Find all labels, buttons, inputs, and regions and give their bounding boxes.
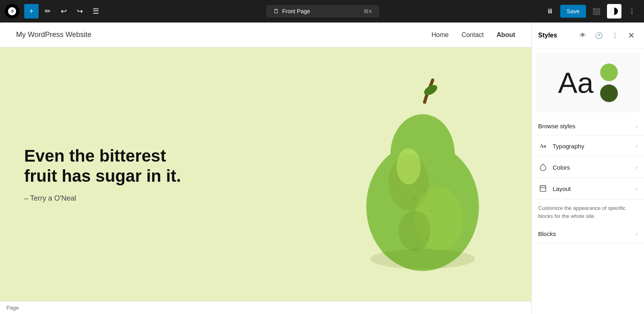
layout-chevron-icon: › <box>636 185 638 192</box>
styles-history-button[interactable]: 🕐 <box>592 29 605 42</box>
svg-rect-23 <box>540 186 546 191</box>
page-selector[interactable]: 🗒 Front Page ⌘K <box>266 5 379 17</box>
svg-point-17 <box>434 194 436 195</box>
style-preview: Aa <box>537 53 639 112</box>
toolbar: W + ✏ ↩ ↪ ☰ 🗒 Front Page ⌘K 🖥 Save ⬛ <box>0 0 644 23</box>
layout-icon <box>538 184 548 193</box>
svg-point-22 <box>436 178 438 179</box>
toolbar-center: 🗒 Front Page ⌘K <box>105 5 541 17</box>
site-nav: Home Contact About <box>431 31 515 39</box>
status-bar: Page <box>0 301 531 314</box>
svg-text:W: W <box>10 9 14 14</box>
hero-text: Even the bitterest fruit has sugar in it… <box>24 146 185 203</box>
toolbar-right: 🖥 Save ⬛ ⋮ <box>543 4 639 18</box>
ellipsis-icon: ⋮ <box>629 8 635 15</box>
layout-label: Layout <box>553 185 631 192</box>
blocks-section: Blocks › <box>532 225 644 243</box>
styles-eye-button[interactable]: 👁 <box>576 29 589 42</box>
plus-icon: + <box>29 7 34 16</box>
save-button[interactable]: Save <box>560 5 586 18</box>
panel-body: Aa Browse styles › Aa Typography › <box>532 49 644 314</box>
svg-point-18 <box>410 226 411 228</box>
redo-icon: ↪ <box>77 7 83 16</box>
wp-logo[interactable]: W <box>5 4 19 18</box>
monitor-icon: 🖥 <box>547 8 553 15</box>
status-label: Page <box>6 305 19 311</box>
layout-row[interactable]: Layout › <box>532 178 644 199</box>
sidebar-icon: ⬛ <box>592 8 601 15</box>
svg-rect-24 <box>540 186 546 188</box>
styles-close-button[interactable]: ✕ <box>625 29 638 42</box>
site-header: My WordPress Website Home Contact About <box>0 23 531 47</box>
typography-label: Typography <box>553 143 631 150</box>
browse-chevron-icon: › <box>636 123 638 129</box>
svg-point-15 <box>430 210 431 211</box>
browse-styles-label: Browse styles <box>538 123 636 129</box>
page-shortcut: ⌘K <box>363 8 372 14</box>
colors-icon <box>538 162 548 172</box>
pear-illustration <box>346 78 499 271</box>
list-icon: ☰ <box>93 7 99 16</box>
svg-point-21 <box>408 178 409 179</box>
hero-image <box>346 78 499 271</box>
sidebar-toggle-button[interactable]: ⬛ <box>589 4 604 18</box>
nav-home[interactable]: Home <box>431 31 449 39</box>
site-title: My WordPress Website <box>16 31 91 39</box>
blocks-label: Blocks <box>538 230 631 237</box>
color-dot-dark <box>600 84 618 102</box>
pen-icon: ✏ <box>45 7 51 16</box>
undo-icon: ↩ <box>61 7 67 16</box>
browse-styles-row[interactable]: Browse styles › <box>532 117 644 135</box>
svg-point-19 <box>442 226 444 227</box>
blocks-row[interactable]: Blocks › <box>532 225 644 243</box>
hero-attribution: – Terry a O'Neal <box>24 194 185 203</box>
typography-section: Aa Typography › <box>532 135 644 157</box>
eye-icon: 👁 <box>580 32 586 39</box>
appearance-toggle-button[interactable] <box>607 4 621 18</box>
add-block-button[interactable]: + <box>24 4 39 18</box>
colors-label: Colors <box>553 164 631 171</box>
more-icon: ⋮ <box>612 32 618 39</box>
page-selector-left: 🗒 Front Page <box>273 8 310 14</box>
page-title: Front Page <box>282 8 310 14</box>
typography-row[interactable]: Aa Typography › <box>532 135 644 156</box>
canvas-area: My WordPress Website Home Contact About … <box>0 23 531 314</box>
typography-chevron-icon: › <box>636 143 638 149</box>
preview-colors <box>600 64 618 102</box>
color-dot-light <box>600 64 618 81</box>
nav-contact[interactable]: Contact <box>462 31 484 39</box>
svg-point-16 <box>418 218 419 219</box>
svg-point-14 <box>424 190 425 191</box>
styles-panel: Styles 👁 🕐 ⋮ ✕ Aa <box>531 23 644 314</box>
panel-title: Styles <box>538 32 573 39</box>
preview-aa-text: Aa <box>558 68 593 97</box>
redo-button[interactable]: ↪ <box>72 4 87 18</box>
undo-button[interactable]: ↩ <box>56 4 71 18</box>
svg-point-12 <box>370 249 475 269</box>
layout-section: Layout › <box>532 178 644 199</box>
page-icon: 🗒 <box>273 8 279 14</box>
hero-section: Even the bitterest fruit has sugar in it… <box>0 47 531 301</box>
more-options-button[interactable]: ⋮ <box>625 4 639 18</box>
customize-text: Customize the appearance of specific blo… <box>532 199 644 225</box>
colors-section: Colors › <box>532 157 644 178</box>
svg-point-20 <box>426 238 427 240</box>
svg-point-10 <box>398 211 431 251</box>
preview-button[interactable]: 🖥 <box>543 4 557 18</box>
main-layout: My WordPress Website Home Contact About … <box>0 23 644 314</box>
blocks-chevron-icon: › <box>636 231 638 237</box>
close-icon: ✕ <box>628 31 635 40</box>
pen-tool-button[interactable]: ✏ <box>40 4 55 18</box>
svg-point-13 <box>414 198 415 199</box>
styles-more-button[interactable]: ⋮ <box>609 29 621 42</box>
hero-quote: Even the bitterest fruit has sugar in it… <box>24 146 185 187</box>
nav-about[interactable]: About <box>497 31 515 39</box>
colors-row[interactable]: Colors › <box>532 157 644 178</box>
list-view-button[interactable]: ☰ <box>89 4 103 18</box>
colors-chevron-icon: › <box>636 164 638 170</box>
panel-header: Styles 👁 🕐 ⋮ ✕ <box>532 23 644 49</box>
typography-icon: Aa <box>538 141 548 151</box>
history-icon: 🕐 <box>595 32 603 39</box>
